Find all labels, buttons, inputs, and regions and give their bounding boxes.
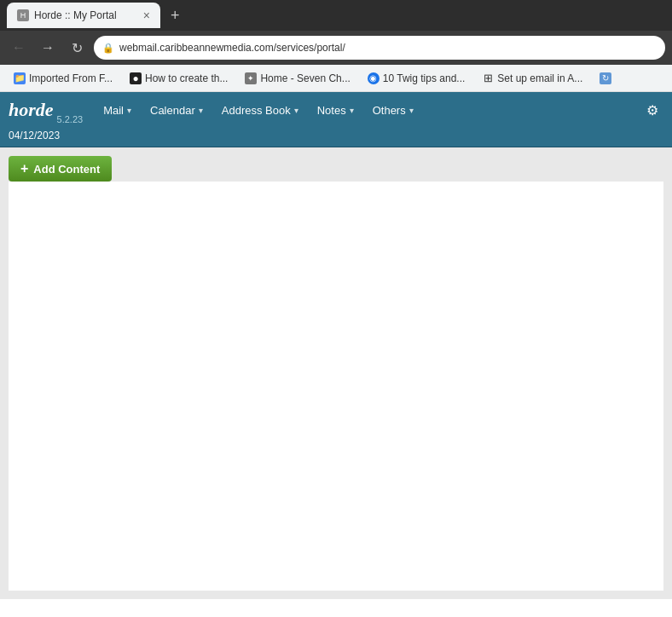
bookmark-twig-tips[interactable]: ◉ 10 Twig tips and... [361,71,472,86]
add-content-button[interactable]: + Add Content [9,156,112,182]
browser-titlebar: H Horde :: My Portal × + [0,0,672,31]
bookmark-label-2: How to create th... [145,72,228,84]
bookmark-label-4: 10 Twig tips and... [383,72,466,84]
bookmark-extra[interactable]: ↻ [593,71,618,86]
bookmark-favicon-1: 📁 [14,72,26,84]
new-tab-button[interactable]: + [167,7,183,25]
bookmark-label-3: Home - Seven Ch... [260,72,350,84]
tab-favicon: H [17,9,29,21]
nav-label-notes: Notes [317,104,346,117]
tab-close-button[interactable]: × [143,9,150,21]
bookmark-favicon-2: ● [130,72,142,84]
bookmark-imported[interactable]: 📁 Imported From F... [7,71,119,86]
nav-item-notes[interactable]: Notes ▾ [309,97,362,124]
active-browser-tab[interactable]: H Horde :: My Portal × [7,3,160,28]
nav-label-address-book: Address Book [222,104,291,117]
bookmark-favicon-6: ↻ [600,72,611,84]
browser-toolbar: ← → ↻ 🔒 webmail.caribbeannewmedia.com/se… [0,31,672,65]
nav-item-calendar[interactable]: Calendar ▾ [142,97,211,124]
portal-main-area [9,182,663,591]
bookmark-setup-email[interactable]: ⊞ Set up email in A... [475,71,589,86]
bookmark-label-1: Imported From F... [29,72,113,84]
gear-icon: ⚙ [646,103,658,118]
calendar-dropdown-arrow: ▾ [199,106,203,115]
date-bar: 04/12/2023 [0,128,672,147]
forward-button[interactable]: → [36,36,60,60]
bookmark-home-seven[interactable]: ✦ Home - Seven Ch... [238,71,356,86]
lock-icon: 🔒 [102,43,114,54]
nav-item-address-book[interactable]: Address Book ▾ [213,97,307,124]
refresh-button[interactable]: ↻ [65,36,89,60]
horde-logo: horde [9,99,54,121]
add-content-label: Add Content [33,163,100,176]
bookmarks-bar: 📁 Imported From F... ● How to create th.… [0,65,672,92]
notes-dropdown-arrow: ▾ [350,106,354,115]
others-dropdown-arrow: ▾ [409,106,414,115]
address-bar[interactable]: 🔒 webmail.caribbeannewmedia.com/services… [94,36,665,60]
bookmark-favicon-4: ◉ [368,72,379,84]
mail-dropdown-arrow: ▾ [127,106,131,115]
nav-item-others[interactable]: Others ▾ [364,97,422,124]
horde-navbar: horde 5.2.23 Mail ▾ Calendar ▾ Address B… [0,92,672,128]
bookmark-label-5: Set up email in A... [497,72,582,84]
settings-gear-button[interactable]: ⚙ [641,97,663,124]
add-content-plus-icon: + [20,161,28,176]
current-date: 04/12/2023 [9,130,60,141]
address-book-dropdown-arrow: ▾ [294,106,298,115]
bookmark-favicon-3: ✦ [245,72,257,84]
back-button[interactable]: ← [7,36,31,60]
address-text: webmail.caribbeannewmedia.com/services/p… [119,42,345,54]
nav-label-calendar: Calendar [150,104,195,117]
bookmark-favicon-5: ⊞ [482,72,494,84]
nav-label-mail: Mail [103,104,124,117]
tab-title: Horde :: My Portal [34,9,117,21]
portal-content-area: + Add Content [0,147,672,599]
bookmark-how-to-create[interactable]: ● How to create th... [123,71,235,86]
nav-item-mail[interactable]: Mail ▾ [95,97,140,124]
nav-label-others: Others [373,104,406,117]
horde-version: 5.2.23 [57,114,84,128]
